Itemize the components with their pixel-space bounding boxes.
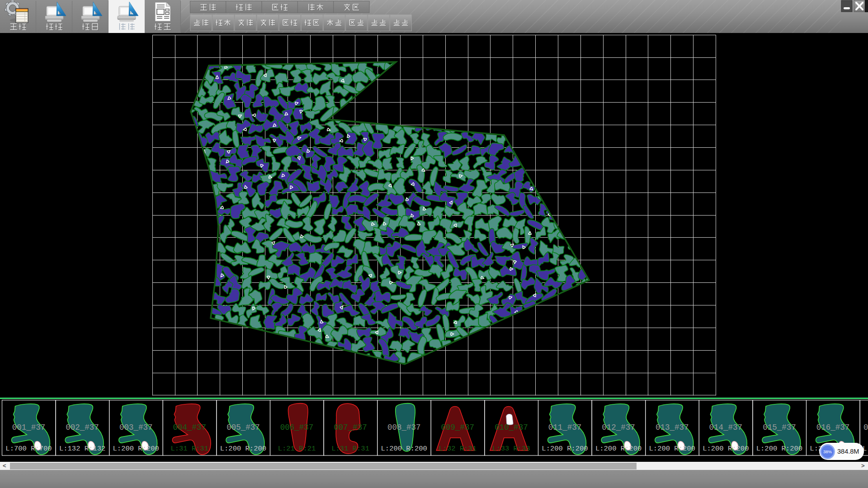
svg-text:L:200 R:200: L:200 R:200 [542, 445, 588, 453]
svg-text:L:132 R:132: L:132 R:132 [59, 445, 105, 453]
svg-text:007_#37: 007_#37 [334, 423, 367, 432]
svg-text:014_#37: 014_#37 [709, 423, 743, 432]
svg-text:L:200 R:200: L:200 R:200 [595, 445, 642, 453]
svg-text:012_#37: 012_#37 [602, 423, 635, 432]
svg-text:004_#37: 004_#37 [173, 423, 207, 432]
svg-text:L:200 R:200: L:200 R:200 [756, 445, 802, 453]
svg-text:002_#37: 002_#37 [66, 423, 99, 432]
svg-text:L:32 R:31: L:32 R:31 [439, 445, 476, 453]
svg-text:016_#37: 016_#37 [816, 423, 850, 432]
svg-text:006_#37: 006_#37 [280, 423, 314, 432]
svg-text:L:200 R:200: L:200 R:200 [649, 445, 695, 453]
svg-text:L:33 R:33: L:33 R:33 [492, 445, 530, 453]
svg-text:L:31 R:31: L:31 R:31 [170, 445, 208, 453]
svg-text:003_#37: 003_#37 [119, 423, 153, 432]
svg-text:L:700 R:700: L:700 R:700 [5, 445, 52, 453]
svg-text:015_#37: 015_#37 [763, 423, 796, 432]
svg-text:0: 0 [863, 423, 868, 432]
svg-text:L:31 R:31: L:31 R:31 [331, 445, 369, 453]
svg-text:L:200 R:200: L:200 R:200 [703, 445, 749, 453]
svg-text:005_#37: 005_#37 [226, 423, 260, 432]
svg-text:L:200 R:200: L:200 R:200 [113, 445, 159, 453]
svg-text:008_#37: 008_#37 [387, 423, 421, 432]
svg-text:001_#37: 001_#37 [12, 423, 46, 432]
svg-text:013_#37: 013_#37 [656, 423, 689, 432]
svg-text:L:21 R:21: L:21 R:21 [278, 445, 316, 453]
svg-text:009_#37: 009_#37 [441, 423, 475, 432]
svg-text:010_#37: 010_#37 [495, 423, 528, 432]
svg-text:011_#37: 011_#37 [548, 423, 582, 432]
svg-text:L:200 R:200: L:200 R:200 [381, 445, 427, 453]
svg-text:L:200 R:200: L:200 R:200 [220, 445, 266, 453]
